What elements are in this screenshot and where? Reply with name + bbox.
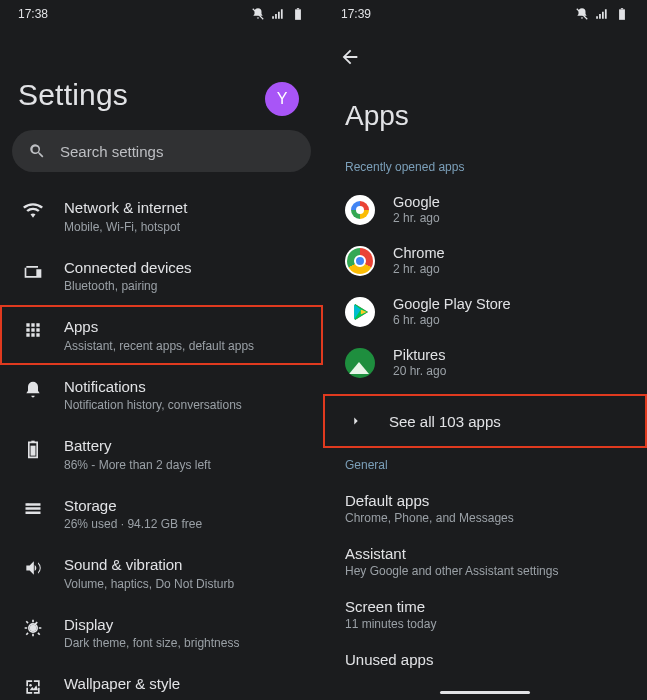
status-time: 17:38 bbox=[18, 7, 48, 21]
apps-icon bbox=[22, 319, 44, 341]
recent-app-play[interactable]: Google Play Store6 hr. ago bbox=[323, 286, 647, 337]
app-label: Google Play Store bbox=[393, 296, 511, 312]
general-item[interactable]: Unused apps bbox=[323, 641, 647, 678]
see-all-label: See all 103 apps bbox=[389, 413, 501, 430]
recent-app-google[interactable]: Google2 hr. ago bbox=[323, 184, 647, 235]
search-input[interactable]: Search settings bbox=[12, 130, 311, 172]
svg-marker-12 bbox=[361, 309, 367, 314]
back-button[interactable] bbox=[323, 28, 647, 72]
app-label: Chrome bbox=[393, 245, 445, 261]
status-bar: 17:38 bbox=[0, 0, 323, 28]
sound-icon bbox=[22, 557, 44, 579]
wallpaper-icon bbox=[22, 676, 44, 698]
recent-app-chrome[interactable]: Chrome2 hr. ago bbox=[323, 235, 647, 286]
settings-item-wifi[interactable]: Network & internetMobile, Wi-Fi, hotspot bbox=[0, 186, 323, 246]
settings-item-label: Battery bbox=[64, 436, 211, 456]
play-app-icon bbox=[345, 297, 375, 327]
settings-item-subtitle: 86% - More than 2 days left bbox=[64, 458, 211, 472]
chevron-right-icon bbox=[345, 410, 367, 432]
general-item-subtitle: Hey Google and other Assistant settings bbox=[345, 564, 625, 578]
section-recent-label: Recently opened apps bbox=[323, 156, 647, 184]
notifications-off-icon bbox=[251, 7, 265, 21]
settings-item-storage[interactable]: Storage26% used · 94.12 GB free bbox=[0, 484, 323, 544]
settings-screen: 17:38 Y Settings Search settings Network… bbox=[0, 0, 323, 700]
see-all-apps-row[interactable]: See all 103 apps bbox=[323, 394, 647, 448]
settings-item-label: Connected devices bbox=[64, 258, 192, 278]
battery-icon bbox=[291, 7, 305, 21]
settings-item-display[interactable]: DisplayDark theme, font size, brightness bbox=[0, 603, 323, 663]
status-time: 17:39 bbox=[341, 7, 371, 21]
recent-app-pik[interactable]: Piktures20 hr. ago bbox=[323, 337, 647, 388]
settings-item-subtitle: Dark theme, font size, brightness bbox=[64, 636, 239, 650]
settings-item-label: Notifications bbox=[64, 377, 242, 397]
battery-icon bbox=[22, 438, 44, 460]
signal-icon bbox=[595, 7, 609, 21]
general-item[interactable]: Default appsChrome, Phone, and Messages bbox=[323, 482, 647, 535]
settings-item-label: Network & internet bbox=[64, 198, 187, 218]
battery-icon bbox=[615, 7, 629, 21]
settings-item-subtitle: Mobile, Wi-Fi, hotspot bbox=[64, 220, 187, 234]
search-placeholder: Search settings bbox=[60, 143, 163, 160]
general-item-label: Assistant bbox=[345, 545, 625, 562]
search-icon bbox=[28, 142, 46, 160]
status-icons bbox=[251, 7, 305, 21]
settings-item-apps[interactable]: AppsAssistant, recent apps, default apps bbox=[0, 305, 323, 365]
settings-item-wallpaper[interactable]: Wallpaper & style bbox=[0, 662, 323, 700]
notifications-off-icon bbox=[575, 7, 589, 21]
settings-item-subtitle: Bluetooth, pairing bbox=[64, 279, 192, 293]
apps-screen: 17:39 Apps Recently opened apps Google2 … bbox=[323, 0, 647, 700]
settings-item-label: Sound & vibration bbox=[64, 555, 234, 575]
wifi-icon bbox=[22, 200, 44, 222]
general-item-subtitle: 11 minutes today bbox=[345, 617, 625, 631]
settings-item-label: Wallpaper & style bbox=[64, 674, 180, 694]
google-app-icon bbox=[345, 195, 375, 225]
settings-item-battery[interactable]: Battery86% - More than 2 days left bbox=[0, 424, 323, 484]
general-item[interactable]: Screen time11 minutes today bbox=[323, 588, 647, 641]
app-label: Google bbox=[393, 194, 440, 210]
section-general-label: General bbox=[323, 454, 647, 482]
general-item[interactable]: AssistantHey Google and other Assistant … bbox=[323, 535, 647, 588]
home-indicator[interactable] bbox=[440, 691, 530, 694]
storage-icon bbox=[22, 498, 44, 520]
general-item-subtitle: Chrome, Phone, and Messages bbox=[345, 511, 625, 525]
settings-item-subtitle: Notification history, conversations bbox=[64, 398, 242, 412]
app-label: Piktures bbox=[393, 347, 446, 363]
pik-app-icon bbox=[345, 348, 375, 378]
settings-item-subtitle: Volume, haptics, Do Not Disturb bbox=[64, 577, 234, 591]
general-item-label: Screen time bbox=[345, 598, 625, 615]
page-title: Apps bbox=[323, 72, 647, 156]
app-subtitle: 2 hr. ago bbox=[393, 211, 440, 225]
status-bar: 17:39 bbox=[323, 0, 647, 28]
settings-item-subtitle: Assistant, recent apps, default apps bbox=[64, 339, 254, 353]
settings-item-label: Storage bbox=[64, 496, 202, 516]
signal-icon bbox=[271, 7, 285, 21]
devices-icon bbox=[22, 260, 44, 282]
status-icons bbox=[575, 7, 629, 21]
settings-item-bell[interactable]: NotificationsNotification history, conve… bbox=[0, 365, 323, 425]
display-icon bbox=[22, 617, 44, 639]
settings-item-sound[interactable]: Sound & vibrationVolume, haptics, Do Not… bbox=[0, 543, 323, 603]
settings-item-devices[interactable]: Connected devicesBluetooth, pairing bbox=[0, 246, 323, 306]
bell-icon bbox=[22, 379, 44, 401]
settings-item-label: Apps bbox=[64, 317, 254, 337]
general-item-label: Default apps bbox=[345, 492, 625, 509]
app-subtitle: 20 hr. ago bbox=[393, 364, 446, 378]
chrome-app-icon bbox=[345, 246, 375, 276]
settings-item-label: Display bbox=[64, 615, 239, 635]
back-arrow-icon bbox=[339, 46, 361, 68]
app-subtitle: 6 hr. ago bbox=[393, 313, 511, 327]
profile-avatar[interactable]: Y bbox=[265, 82, 299, 116]
app-subtitle: 2 hr. ago bbox=[393, 262, 445, 276]
general-item-label: Unused apps bbox=[345, 651, 625, 668]
settings-item-subtitle: 26% used · 94.12 GB free bbox=[64, 517, 202, 531]
